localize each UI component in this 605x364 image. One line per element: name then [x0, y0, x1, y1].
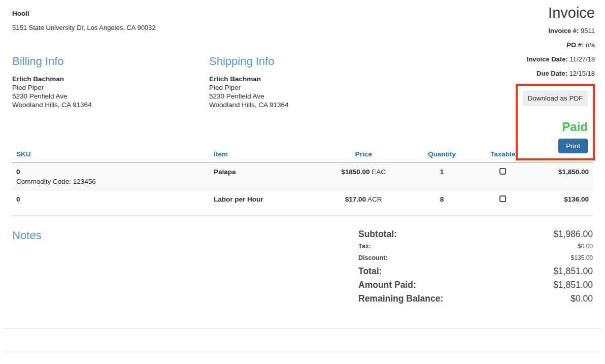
- invoice-date-value: 11/27/18: [569, 55, 595, 63]
- total-row: Total: $1,851.00: [358, 266, 593, 277]
- discount-label: Discount:: [358, 254, 388, 261]
- invoice-header-block: Invoice Invoice #: 9511 PO #: n/a Invoic…: [453, 5, 595, 160]
- invoice-number-line: Invoice #: 9511: [453, 27, 595, 35]
- price-unit: EAC: [372, 168, 386, 176]
- po-number-line: PO #: n/a: [453, 41, 595, 49]
- invoice-number-label: Invoice #:: [548, 27, 579, 35]
- subtotal-row: Subtotal: $1,986.00: [358, 229, 593, 240]
- shipping-company: Pied Piper: [209, 83, 406, 92]
- tax-row: Tax: $0.00: [358, 243, 593, 250]
- billing-info-heading: Billing Info: [12, 55, 209, 68]
- billing-company: Pied Piper: [12, 83, 209, 92]
- remaining-balance-row: Remaining Balance: $0.00: [358, 293, 593, 304]
- cell-quantity: 8: [407, 190, 477, 209]
- footer-divider-bottom: [4, 350, 601, 350]
- due-date-line: Due Date: 12/15/18: [453, 70, 595, 77]
- cell-item: Labor per Hour: [210, 190, 320, 209]
- page-title: Invoice: [453, 5, 595, 21]
- shipping-name: Erlich Bachman: [209, 75, 406, 83]
- shipping-street: 5230 Penfield Ave: [209, 92, 406, 101]
- sku-commodity-code: Commodity Code: 123456: [16, 178, 206, 185]
- sku-value: 0: [16, 195, 20, 203]
- billing-info-block: Billing Info Erlich Bachman Pied Piper 5…: [12, 55, 209, 109]
- price-unit: ACR: [367, 195, 382, 203]
- due-date-value: 12/15/18: [569, 70, 595, 77]
- total-value: $1,851.00: [553, 266, 593, 277]
- cell-quantity: 1: [407, 162, 477, 190]
- due-date-label: Due Date:: [536, 70, 567, 77]
- notes-heading: Notes: [12, 229, 41, 242]
- subtotal-label: Subtotal:: [358, 229, 397, 240]
- total-label: Total:: [358, 266, 382, 277]
- shipping-info-block: Shipping Info Erlich Bachman Pied Piper …: [209, 55, 406, 109]
- billing-name: Erlich Bachman: [12, 75, 209, 83]
- shipping-info-heading: Shipping Info: [209, 55, 406, 68]
- tax-value: $0.00: [578, 243, 593, 250]
- invoice-page: Hooli 5151 State University Dr, Los Ange…: [0, 0, 605, 350]
- remaining-balance-label: Remaining Balance:: [358, 293, 443, 304]
- cell-subtotal: $1,850.00: [529, 162, 593, 190]
- invoice-number-value: 9511: [581, 27, 595, 35]
- amount-paid-label: Amount Paid:: [358, 280, 416, 290]
- cell-sku: 0 Commodity Code: 123456: [12, 162, 210, 190]
- annotation-highlight-box: Download as PDF Paid Print: [516, 84, 595, 160]
- totals-block: Subtotal: $1,986.00 Tax: $0.00 Discount:…: [358, 229, 593, 307]
- footer-divider-top: [4, 328, 601, 329]
- price-value: $1850.00: [341, 168, 369, 176]
- column-header-item: Item: [210, 146, 320, 162]
- cell-price: $1850.00 EAC: [320, 162, 407, 190]
- invoice-date-label: Invoice Date:: [527, 55, 568, 63]
- cell-taxable: [477, 162, 529, 190]
- download-pdf-button[interactable]: Download as PDF: [523, 90, 588, 106]
- column-header-price: Price: [320, 146, 407, 162]
- shipping-city: Woodland Hills, CA 91364: [209, 101, 406, 109]
- column-header-sku: SKU: [12, 146, 210, 162]
- po-number-label: PO #:: [566, 41, 584, 49]
- sku-value: 0: [16, 168, 20, 176]
- discount-value: $135.00: [571, 254, 593, 261]
- paid-status-badge: Paid: [523, 120, 588, 134]
- price-value: $17.00: [345, 195, 366, 203]
- table-bottom-divider: [12, 215, 593, 216]
- billing-street: 5230 Penfield Ave: [12, 92, 209, 101]
- invoice-date-line: Invoice Date: 11/27/18: [453, 55, 595, 63]
- discount-row: Discount: $135.00: [358, 254, 593, 261]
- amount-paid-value: $1,851.00: [553, 280, 593, 290]
- table-row: 0 Commodity Code: 123456 Palapa $1850.00…: [12, 162, 593, 190]
- subtotal-value: $1,986.00: [553, 229, 593, 240]
- notes-block: Notes: [12, 229, 41, 307]
- cell-taxable: [477, 190, 529, 209]
- billing-city: Woodland Hills, CA 91364: [12, 101, 209, 109]
- cell-price: $17.00 ACR: [320, 190, 407, 209]
- remaining-balance-value: $0.00: [570, 293, 593, 304]
- print-button[interactable]: Print: [558, 139, 588, 153]
- table-row: 0 Labor per Hour $17.00 ACR 8 $136.00: [12, 190, 593, 209]
- top-section: Hooli 5151 State University Dr, Los Ange…: [12, 0, 593, 146]
- cell-sku: 0: [12, 190, 210, 209]
- po-number-value: n/a: [586, 41, 595, 49]
- footer-dividers: [12, 328, 593, 350]
- amount-paid-row: Amount Paid: $1,851.00: [358, 280, 593, 290]
- taxable-checkbox[interactable]: [499, 195, 506, 202]
- notes-and-totals-section: Notes Subtotal: $1,986.00 Tax: $0.00 Dis…: [12, 229, 593, 307]
- taxable-checkbox[interactable]: [499, 168, 506, 175]
- cell-item: Palapa: [210, 162, 320, 190]
- tax-label: Tax:: [358, 243, 371, 250]
- cell-subtotal: $136.00: [529, 190, 593, 209]
